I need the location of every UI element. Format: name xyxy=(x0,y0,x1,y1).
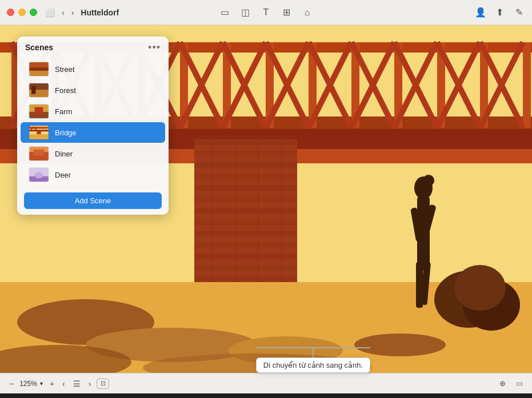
scenes-panel: Scenes ••• Street xyxy=(17,37,169,215)
svg-rect-96 xyxy=(29,134,48,139)
svg-rect-81 xyxy=(29,67,48,71)
scene-name-forest: Forest xyxy=(55,86,76,95)
titlebar-nav: ⬜ ‹ › xyxy=(43,7,76,18)
svg-rect-59 xyxy=(280,139,283,282)
center-tools: ▭ ◫ T ⊞ ⌂ xyxy=(219,7,313,18)
window-title: Hutteldorf xyxy=(81,8,119,17)
scene-next-button[interactable]: › xyxy=(86,378,94,389)
traffic-lights xyxy=(7,9,37,16)
scene-thumb-diner xyxy=(29,146,49,161)
forward-button[interactable]: › xyxy=(69,7,77,18)
folder-tool-icon[interactable]: ⌂ xyxy=(302,7,313,18)
accessibility-icon[interactable]: ⊕ xyxy=(497,378,508,389)
image-tool-icon[interactable]: ⊞ xyxy=(281,7,293,18)
share-icon[interactable]: ⬆ xyxy=(494,7,506,18)
svg-rect-57 xyxy=(234,139,237,282)
svg-rect-87 xyxy=(35,107,43,115)
zoom-in-button[interactable]: + xyxy=(47,378,57,389)
scene-thumb-farm xyxy=(29,104,49,119)
svg-rect-84 xyxy=(31,86,35,94)
svg-rect-56 xyxy=(211,139,214,282)
main-canvas: Scenes ••• Street xyxy=(0,25,532,373)
scene-item-forest[interactable]: Forest xyxy=(21,80,165,100)
svg-point-72 xyxy=(423,175,434,186)
maximize-button[interactable] xyxy=(30,9,37,16)
scene-prev-button[interactable]: ‹ xyxy=(60,378,67,389)
scene-thumb-forest xyxy=(29,83,49,98)
bottom-bar: − 125% ▼ + ‹ ☰ › ⊡ Di chuyển từ cảnh san… xyxy=(0,373,532,393)
scene-name-bridge: Bridge xyxy=(55,128,77,137)
zoom-dropdown-icon: ▼ xyxy=(39,381,44,387)
bottom-right-tools: ⊕ ▭ xyxy=(497,378,525,389)
zoom-display[interactable]: 125% ▼ xyxy=(19,380,44,388)
scene-thumb-street xyxy=(29,62,49,77)
right-tools: 👤 ⬆ ✎ xyxy=(475,7,525,18)
scenes-panel-header: Scenes ••• xyxy=(17,37,169,57)
zoom-out-button[interactable]: − xyxy=(7,378,16,389)
fullscreen-button[interactable]: ⊡ xyxy=(97,379,109,389)
sidebar-toggle-button[interactable]: ⬜ xyxy=(43,7,57,18)
svg-rect-99 xyxy=(34,150,44,156)
svg-point-66 xyxy=(354,333,446,356)
scenes-list: Street Forest xyxy=(17,57,169,189)
svg-rect-80 xyxy=(29,62,48,67)
titlebar: ⬜ ‹ › Hutteldorf ▭ ◫ T ⊞ ⌂ 👤 ⬆ ✎ xyxy=(0,0,532,25)
scene-item-diner[interactable]: Diner xyxy=(21,143,165,164)
add-scene-button[interactable]: Add Scene xyxy=(24,192,162,209)
scene-item-bridge[interactable]: Bridge xyxy=(21,122,165,143)
scene-item-deer[interactable]: Deer xyxy=(21,164,165,185)
rectangle-tool-icon[interactable]: ▭ xyxy=(219,7,231,18)
scene-item-street[interactable]: Street xyxy=(21,59,165,79)
minimize-button[interactable] xyxy=(18,9,26,16)
svg-rect-15 xyxy=(523,42,531,128)
svg-point-69 xyxy=(454,265,506,311)
back-button[interactable]: ‹ xyxy=(59,7,67,18)
scene-name-deer: Deer xyxy=(55,171,71,179)
scene-thumb-bridge xyxy=(29,125,49,140)
scene-name-diner: Diner xyxy=(55,150,73,158)
scenes-more-button[interactable]: ••• xyxy=(148,42,161,53)
svg-rect-58 xyxy=(257,139,260,282)
text-tool-icon[interactable]: T xyxy=(261,7,272,18)
zoom-level-label: 125% xyxy=(19,380,37,388)
svg-point-102 xyxy=(35,172,43,178)
scene-list-button[interactable]: ☰ xyxy=(71,378,83,389)
close-button[interactable] xyxy=(7,9,14,16)
account-icon[interactable]: 👤 xyxy=(475,7,486,18)
scenes-panel-title: Scenes xyxy=(25,43,53,52)
view-icon[interactable]: ▭ xyxy=(514,378,525,389)
scene-item-farm[interactable]: Farm xyxy=(21,101,165,122)
shape-tool-icon[interactable]: ◫ xyxy=(240,7,251,18)
scene-thumb-deer xyxy=(29,167,49,182)
edit-icon[interactable]: ✎ xyxy=(514,7,525,18)
scene-name-street: Street xyxy=(55,65,75,74)
scene-name-farm: Farm xyxy=(55,107,72,116)
